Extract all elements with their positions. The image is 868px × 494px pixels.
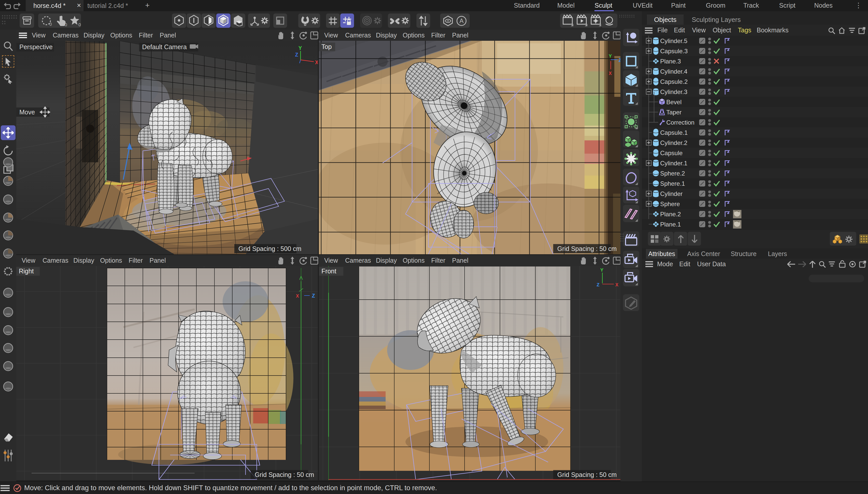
svg-text:0: 0 — [65, 22, 67, 27]
svg-text:Front: Front — [322, 267, 336, 274]
svg-text:X: X — [315, 60, 318, 66]
svg-text:A: A — [460, 17, 464, 24]
svg-text:Cylinder.3: Cylinder.3 — [660, 89, 688, 95]
svg-text:X: X — [609, 71, 612, 76]
svg-text:Top: Top — [322, 43, 332, 50]
svg-text:Default Camera: Default Camera — [142, 43, 187, 51]
svg-text:Z: Z — [295, 52, 298, 58]
svg-text:Plane.3: Plane.3 — [660, 58, 681, 65]
svg-text:Capsule.2: Capsule.2 — [660, 78, 688, 85]
svg-text:X: X — [615, 282, 618, 288]
svg-text:Capsule.3: Capsule.3 — [660, 48, 688, 55]
svg-text:Capsule.1: Capsule.1 — [660, 129, 688, 136]
svg-text:Sphere.2: Sphere.2 — [660, 170, 685, 177]
svg-text:Y: Y — [600, 267, 603, 273]
svg-text:Sphere.1: Sphere.1 — [660, 180, 685, 187]
svg-text:Cylinder: Cylinder — [660, 190, 682, 197]
svg-text:Correction: Correction — [666, 119, 695, 126]
svg-text:Grid Spacing : 50 cm: Grid Spacing : 50 cm — [557, 471, 617, 478]
svg-text:Z: Z — [597, 282, 600, 288]
svg-text:0: 0 — [78, 22, 81, 27]
svg-text:Capsule: Capsule — [660, 150, 682, 156]
svg-text:Y: Y — [609, 53, 612, 59]
svg-text:Move: Move — [19, 109, 35, 116]
svg-text:X: X — [296, 293, 299, 299]
svg-text:Taper: Taper — [666, 109, 681, 116]
svg-text:Z: Z — [618, 57, 620, 64]
svg-text:Grid Spacing : 50 cm: Grid Spacing : 50 cm — [255, 471, 314, 478]
svg-text:Bevel: Bevel — [666, 99, 681, 106]
svg-text:Cylinder.5: Cylinder.5 — [660, 37, 688, 44]
svg-text:Grid Spacing : 50 cm: Grid Spacing : 50 cm — [557, 245, 617, 252]
svg-text:Plane.1: Plane.1 — [660, 221, 681, 228]
svg-text:0: 0 — [50, 22, 52, 27]
svg-text:Z: Z — [312, 293, 315, 299]
svg-text:Sphere: Sphere — [660, 201, 680, 207]
svg-text:Plane.2: Plane.2 — [660, 211, 681, 217]
svg-text:Perspective: Perspective — [19, 43, 53, 51]
svg-text:Grid Spacing : 500 cm: Grid Spacing : 500 cm — [238, 245, 301, 252]
svg-text:Cylinder.1: Cylinder.1 — [660, 160, 688, 167]
svg-text:Cylinder.4: Cylinder.4 — [660, 68, 688, 75]
svg-text:Right: Right — [19, 267, 34, 274]
svg-text:Cylinder.2: Cylinder.2 — [660, 139, 688, 146]
svg-text:Y: Y — [298, 45, 302, 52]
